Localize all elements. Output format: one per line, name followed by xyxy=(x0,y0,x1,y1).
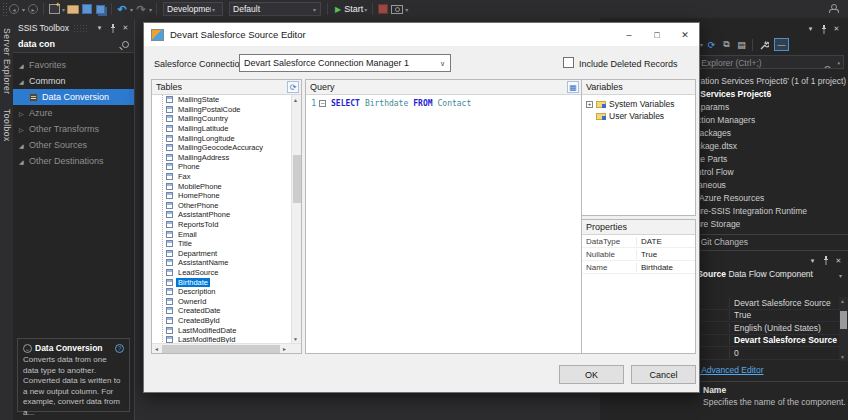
column-item[interactable]: CreatedDate xyxy=(152,306,301,316)
search-options-dropdown-icon[interactable]: ▾ xyxy=(837,60,840,66)
preview-selected-items-icon[interactable]: ▤ xyxy=(735,38,748,52)
expander-icon[interactable] xyxy=(19,158,29,165)
scroll-down-icon[interactable]: ▼ xyxy=(293,336,298,342)
side-rail-tab[interactable]: Toolbox xyxy=(2,109,12,142)
column-item[interactable]: AssistantName xyxy=(152,258,301,268)
expander-icon[interactable] xyxy=(586,101,593,108)
redo-dropdown-icon[interactable]: ▾ xyxy=(149,6,152,13)
vertical-scrollbar[interactable]: ▲ ▼ xyxy=(291,95,301,344)
refresh-icon[interactable]: ⟳ xyxy=(287,81,299,93)
connection-dropdown[interactable]: Devart Salesforce Connection Manager 1 ∨ xyxy=(239,54,451,72)
undo-button[interactable]: ↶ xyxy=(116,2,128,16)
column-item[interactable]: MailingLongitude xyxy=(152,133,301,143)
refresh-icon[interactable]: ⟳ xyxy=(705,38,718,52)
column-item[interactable]: Birthdate xyxy=(152,277,301,287)
expander-icon[interactable] xyxy=(19,62,29,69)
toolbox-tree-item[interactable]: Azure xyxy=(13,105,134,121)
scroll-left-icon[interactable]: ◄ xyxy=(154,346,159,352)
column-item[interactable]: ReportsToId xyxy=(152,220,301,230)
scroll-down-icon[interactable]: ▼ xyxy=(840,354,845,360)
column-item[interactable]: CreatedById xyxy=(152,316,301,326)
expander-icon[interactable] xyxy=(19,142,29,149)
column-item[interactable]: MailingAddress xyxy=(152,153,301,163)
pin-icon[interactable] xyxy=(820,255,831,266)
pin-icon[interactable] xyxy=(107,23,118,34)
expander-icon[interactable] xyxy=(19,78,29,85)
include-deleted-checkbox[interactable] xyxy=(563,57,574,68)
column-item[interactable]: LastModifiedDate xyxy=(152,325,301,335)
expander-icon[interactable] xyxy=(19,110,29,117)
toolbox-tree-item[interactable]: Other Transforms xyxy=(13,121,134,137)
column-item[interactable]: OwnerId xyxy=(152,296,301,306)
maximize-button[interactable]: □ xyxy=(643,24,671,45)
toolbox-tree-item[interactable]: Data Conversion xyxy=(13,89,134,105)
column-item[interactable]: MailingPostalCode xyxy=(152,105,301,115)
properties-icon[interactable]: ⧉ xyxy=(720,38,733,52)
cancel-button[interactable]: Cancel xyxy=(631,365,696,384)
column-item[interactable]: HomePhone xyxy=(152,191,301,201)
column-item[interactable]: Title xyxy=(152,239,301,249)
variables-tree-item[interactable]: User Variables xyxy=(582,110,695,122)
column-item[interactable]: Department xyxy=(152,249,301,259)
horizontal-scrollbar[interactable]: ◄ ► xyxy=(152,343,301,353)
ok-button[interactable]: OK xyxy=(559,365,624,384)
solution-configuration-dropdown[interactable]: Development▾ xyxy=(163,2,223,16)
column-item[interactable]: MailingLatitude xyxy=(152,124,301,134)
column-item[interactable]: MobilePhone xyxy=(152,181,301,191)
new-project-dropdown-icon[interactable]: ▾ xyxy=(62,6,65,13)
variables-tree-item[interactable]: System Variables xyxy=(582,98,695,110)
screenshot-button[interactable] xyxy=(391,2,403,16)
column-item[interactable]: MailingState xyxy=(152,95,301,105)
expander-icon[interactable] xyxy=(19,126,29,133)
toolbox-search-input[interactable]: data con xyxy=(13,36,134,53)
scrollbar[interactable]: ▲ ▼ xyxy=(839,297,848,361)
column-item[interactable]: OtherPhone xyxy=(152,201,301,211)
scroll-up-icon[interactable]: ▲ xyxy=(840,298,845,304)
back-button[interactable]: ◂ xyxy=(8,2,20,16)
toolbox-tree-item[interactable]: Other Sources xyxy=(13,137,134,153)
save-all-button[interactable] xyxy=(95,2,107,16)
open-folder-button[interactable] xyxy=(67,2,79,16)
window-menu-icon[interactable]: ▾ xyxy=(805,24,816,35)
close-button[interactable]: ✕ xyxy=(671,24,699,45)
close-icon[interactable]: ✕ xyxy=(833,255,844,266)
dock-tab[interactable]: Git Changes xyxy=(693,235,756,248)
new-project-button[interactable] xyxy=(48,2,60,16)
minimize-button[interactable]: – xyxy=(615,24,643,45)
forward-button[interactable]: ▸ xyxy=(27,2,39,16)
column-item[interactable]: Fax xyxy=(152,172,301,182)
side-rail-tab[interactable]: Server Explorer xyxy=(2,28,12,95)
solution-platform-dropdown[interactable]: Default▾ xyxy=(229,2,321,16)
undo-dropdown-icon[interactable]: ▾ xyxy=(130,6,133,13)
dialog-titlebar[interactable]: Devart Salesforce Source Editor – □ ✕ xyxy=(144,23,699,46)
scroll-right-icon[interactable]: ► xyxy=(282,346,287,352)
scroll-thumb[interactable] xyxy=(162,345,280,353)
help-icon[interactable]: ? xyxy=(115,344,124,353)
scroll-thumb[interactable] xyxy=(293,155,301,203)
toolbar-grip[interactable] xyxy=(2,2,7,16)
query-editor[interactable]: 1 − SELECTBirthdateFROMContact xyxy=(306,95,581,353)
window-menu-icon[interactable]: ▾ xyxy=(807,255,818,266)
feedback-icon[interactable] xyxy=(829,4,838,13)
column-item[interactable]: MailingGeocodeAccuracy xyxy=(152,143,301,153)
start-button[interactable]: ▶ Start ▾ xyxy=(335,2,368,16)
column-item[interactable]: Phone xyxy=(152,162,301,172)
column-item[interactable]: MailingCountry xyxy=(152,114,301,124)
toolbox-tree-item[interactable]: Favorites xyxy=(13,57,134,73)
toolbar-overflow-icon[interactable]: ▾ xyxy=(405,6,408,13)
collapse-all-icon[interactable]: — xyxy=(774,38,789,51)
save-button[interactable] xyxy=(81,2,93,16)
chevron-down-icon[interactable]: ⌄ xyxy=(23,344,32,353)
toolbox-tree-item[interactable]: Other Destinations xyxy=(13,153,134,169)
pin-icon[interactable] xyxy=(818,24,829,35)
column-item[interactable]: Email xyxy=(152,229,301,239)
close-icon[interactable]: ✕ xyxy=(831,24,842,35)
close-icon[interactable]: ✕ xyxy=(120,23,131,34)
window-menu-icon[interactable]: ▾ xyxy=(94,23,105,34)
column-item[interactable]: LeadSource xyxy=(152,268,301,278)
scroll-up-icon[interactable]: ▲ xyxy=(293,97,298,103)
column-item[interactable]: Description xyxy=(152,287,301,297)
toolbox-tree-item[interactable]: Common xyxy=(13,73,134,89)
query-builder-icon[interactable]: ▦ xyxy=(567,81,579,93)
package-execution-button[interactable] xyxy=(377,2,389,16)
